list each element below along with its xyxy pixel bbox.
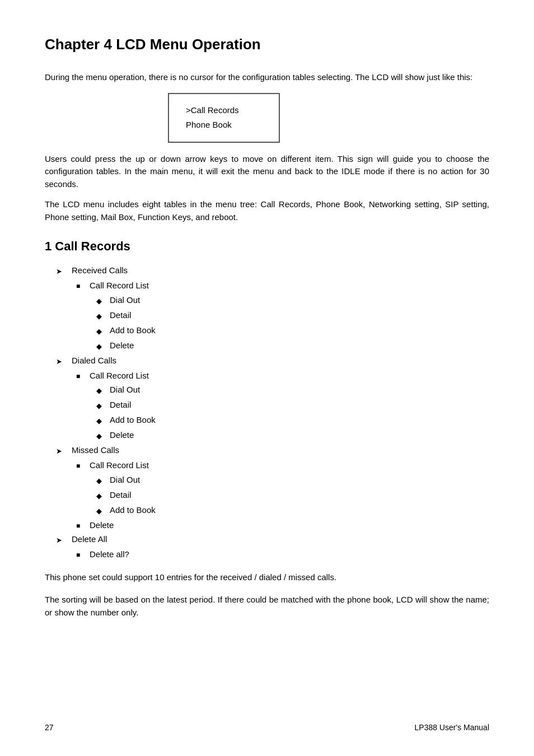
- level3-bullet: [96, 324, 104, 338]
- level3-bullet: [96, 429, 104, 442]
- level1-bullet: [56, 534, 65, 546]
- lcd-display: >Call Records Phone Book: [168, 93, 280, 143]
- level2-text: Delete all?: [90, 548, 129, 561]
- level1-bullet: [56, 356, 65, 367]
- level3-item: Delete: [96, 339, 489, 353]
- level2-text: Call Record List: [90, 459, 149, 472]
- level1-item: Delete All: [56, 533, 489, 546]
- footer-paragraph-1: This phone set could support 10 entries …: [45, 571, 489, 584]
- level1-item: Received Calls: [56, 264, 489, 277]
- level3-text: Add to Book: [110, 414, 156, 427]
- level3-text: Add to Book: [110, 324, 156, 337]
- level2-text: Call Record List: [90, 370, 149, 382]
- page-footer: 27 LP388 User's Manual: [0, 722, 534, 734]
- manual-name: LP388 User's Manual: [415, 722, 489, 734]
- level3-bullet: [96, 294, 104, 307]
- outline-container: Received CallsCall Record ListDial OutDe…: [45, 264, 489, 561]
- level3-item: Dial Out: [96, 384, 489, 397]
- level3-bullet: [96, 399, 104, 412]
- level2-item: Delete: [76, 519, 489, 532]
- level3-item: Dial Out: [96, 474, 489, 487]
- intro-paragraph-3: The LCD menu includes eight tables in th…: [45, 198, 489, 223]
- level2-item: Call Record List: [76, 370, 489, 382]
- page-number: 27: [45, 722, 54, 734]
- level2-text: Call Record List: [90, 279, 149, 292]
- level3-text: Detail: [110, 309, 131, 322]
- level3-item: Detail: [96, 309, 489, 323]
- footer-paragraph-2: The sorting will be based on the latest …: [45, 594, 489, 619]
- level3-text: Delete: [110, 339, 134, 352]
- section1-title: 1 Call Records: [45, 237, 489, 255]
- level3-item: Add to Book: [96, 324, 489, 338]
- level2-bullet: [76, 460, 84, 472]
- level2-bullet: [76, 520, 84, 531]
- level3-bullet: [96, 489, 104, 502]
- level1-text: Received Calls: [72, 264, 128, 277]
- level1-text: Dialed Calls: [72, 354, 116, 367]
- level3-text: Dial Out: [110, 474, 140, 487]
- level1-bullet: [56, 265, 65, 277]
- level1-bullet: [56, 445, 65, 457]
- intro-paragraph-2: Users could press the up or down arrow k…: [45, 153, 489, 191]
- level3-item: Detail: [96, 399, 489, 412]
- level3-item: Add to Book: [96, 414, 489, 427]
- level3-bullet: [96, 414, 104, 427]
- level3-text: Delete: [110, 429, 134, 442]
- level3-text: Detail: [110, 489, 131, 502]
- level2-item: Call Record List: [76, 459, 489, 472]
- level2-bullet: [76, 281, 84, 292]
- level3-text: Dial Out: [110, 384, 140, 396]
- level3-text: Add to Book: [110, 504, 156, 517]
- level3-text: Dial Out: [110, 294, 140, 307]
- level2-item: Call Record List: [76, 279, 489, 292]
- intro-paragraph-1: During the menu operation, there is no c…: [45, 71, 489, 84]
- level1-item: Missed Calls: [56, 444, 489, 457]
- level3-item: Detail: [96, 489, 489, 502]
- level2-bullet: [76, 549, 84, 561]
- level3-item: Delete: [96, 429, 489, 442]
- lcd-line2: Phone Book: [186, 119, 262, 132]
- level3-item: Dial Out: [96, 294, 489, 307]
- level3-item: Add to Book: [96, 504, 489, 517]
- chapter-title: Chapter 4 LCD Menu Operation: [45, 34, 489, 55]
- level2-item: Delete all?: [76, 548, 489, 561]
- level1-item: Dialed Calls: [56, 354, 489, 367]
- level3-bullet: [96, 309, 104, 323]
- level3-text: Detail: [110, 399, 131, 412]
- level3-bullet: [96, 474, 104, 487]
- level1-text: Delete All: [72, 533, 107, 546]
- lcd-line1: >Call Records: [186, 104, 262, 117]
- level3-bullet: [96, 339, 104, 353]
- level3-bullet: [96, 384, 104, 397]
- level1-text: Missed Calls: [72, 444, 119, 457]
- level3-bullet: [96, 504, 104, 517]
- level2-text: Delete: [90, 519, 114, 532]
- level2-bullet: [76, 371, 84, 382]
